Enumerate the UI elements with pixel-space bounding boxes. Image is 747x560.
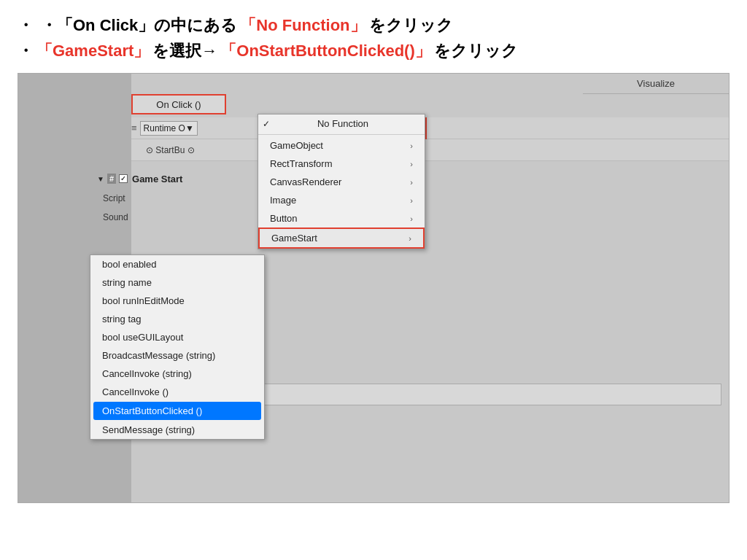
- menu-item-canvasrenderer[interactable]: CanvasRenderer ›: [258, 173, 425, 191]
- instruction-prefix-1: ・「On Click」の中にある: [41, 13, 237, 37]
- canvasrenderer-label: CanvasRenderer: [270, 176, 341, 187]
- bullet-2: ・: [18, 39, 34, 63]
- submenu-item-onstartbuttonclicked[interactable]: OnStartButtonClicked (): [93, 402, 261, 420]
- visualize-bar: Visualize: [583, 74, 729, 94]
- image-label: Image: [270, 195, 296, 206]
- submenu-item-bool-runinEditMode[interactable]: bool runInEditMode: [90, 292, 264, 310]
- button-arrow-icon: ›: [410, 214, 413, 223]
- startbu-label: ⊙ StartBu ⊙: [146, 145, 195, 155]
- image-arrow-icon: ›: [410, 196, 413, 205]
- gamestart-arrow-icon: ›: [409, 234, 411, 243]
- lines-icon: ≡: [131, 122, 137, 133]
- runtime-dropdown[interactable]: Runtime O▼: [140, 121, 198, 136]
- game-start-header: ▼ # ✓ Game Start: [91, 168, 259, 189]
- instruction-suffix-1: をクリック: [369, 13, 453, 37]
- check-icon: ✓: [263, 119, 270, 129]
- submenu-item-sendmessage[interactable]: SendMessage (string): [90, 421, 264, 439]
- script-row: Script: [91, 189, 259, 208]
- menu-separator-1: [258, 134, 425, 135]
- checkbox-icon[interactable]: ✓: [119, 174, 128, 183]
- instruction-suffix-2: をクリック: [434, 39, 518, 63]
- menu-item-recttransform[interactable]: RectTransform ›: [258, 155, 425, 173]
- sound-row: Sound: [91, 208, 259, 227]
- submenu-item-bool-enabled[interactable]: bool enabled: [90, 255, 264, 273]
- instructions-area: ・ ・「On Click」の中にある 「No Function」 をクリック ・…: [0, 0, 747, 73]
- canvasrenderer-arrow-icon: ›: [410, 178, 413, 187]
- submenu-item-cancelinvoke-string[interactable]: CancelInvoke (string): [90, 365, 264, 383]
- screenshot-area: Visualize On Click () ≡ Runtime O▼ No Fu…: [18, 73, 729, 503]
- bullet-1: ・: [18, 13, 34, 37]
- triangle-icon: ▼: [97, 175, 104, 183]
- game-start-title: Game Start: [132, 174, 182, 184]
- onclick-label: On Click (): [156, 99, 201, 110]
- submenu-item-broadcastmessage[interactable]: BroadcastMessage (string): [90, 346, 264, 365]
- script-label: Script: [103, 193, 125, 203]
- menu-item-gamestart[interactable]: GameStart ›: [258, 228, 425, 249]
- submenu-item-bool-useGUILayout[interactable]: bool useGUILayout: [90, 328, 264, 346]
- sound-label: Sound: [103, 212, 128, 222]
- hash-icon: #: [107, 174, 116, 184]
- instruction-middle-2: を選択→: [152, 39, 217, 63]
- gameobject-label: GameObject: [270, 140, 323, 151]
- menu-item-image[interactable]: Image ›: [258, 191, 425, 209]
- visualize-label: Visualize: [637, 78, 675, 89]
- button-label: Button: [270, 213, 298, 224]
- submenu-item-string-name[interactable]: string name: [90, 273, 264, 292]
- onclick-header[interactable]: On Click (): [131, 94, 226, 114]
- instruction-highlight-2a: 「GameStart」: [36, 39, 150, 63]
- recttransform-arrow-icon: ›: [410, 160, 413, 168]
- instruction-highlight-2b: 「OnStartButtonClicked()」: [220, 39, 430, 63]
- gameobject-arrow-icon: ›: [410, 141, 413, 150]
- instruction-highlight-1: 「No Function」: [240, 13, 365, 37]
- submenu-item-string-tag[interactable]: string tag: [90, 310, 264, 328]
- recttransform-label: RectTransform: [270, 158, 332, 169]
- submenu-item-cancelinvoke[interactable]: CancelInvoke (): [90, 383, 264, 401]
- instruction-line-1: ・ ・「On Click」の中にある 「No Function」 をクリック: [18, 13, 729, 37]
- gamestart-label: GameStart: [271, 233, 317, 244]
- runtime-label: Runtime O▼: [144, 123, 194, 133]
- runtime-row: ≡ Runtime O▼: [131, 117, 729, 139]
- menu-item-button[interactable]: Button ›: [258, 209, 425, 228]
- startbu-row: ⊙ StartBu ⊙: [131, 139, 729, 161]
- no-function-menu-label: No Function: [317, 118, 368, 129]
- menu-item-no-function[interactable]: ✓ No Function: [258, 114, 425, 133]
- menu-item-gameobject[interactable]: GameObject ›: [258, 136, 425, 155]
- function-menu: ✓ No Function GameObject › RectTransform…: [258, 114, 425, 249]
- left-submenu: bool enabled string name bool runInEditM…: [90, 254, 265, 440]
- instruction-line-2: ・ 「GameStart」 を選択→ 「OnStartButtonClicked…: [18, 39, 729, 63]
- unity-panel: Visualize On Click () ≡ Runtime O▼ No Fu…: [18, 74, 729, 502]
- game-start-section: ▼ # ✓ Game Start Script Sound: [91, 168, 259, 227]
